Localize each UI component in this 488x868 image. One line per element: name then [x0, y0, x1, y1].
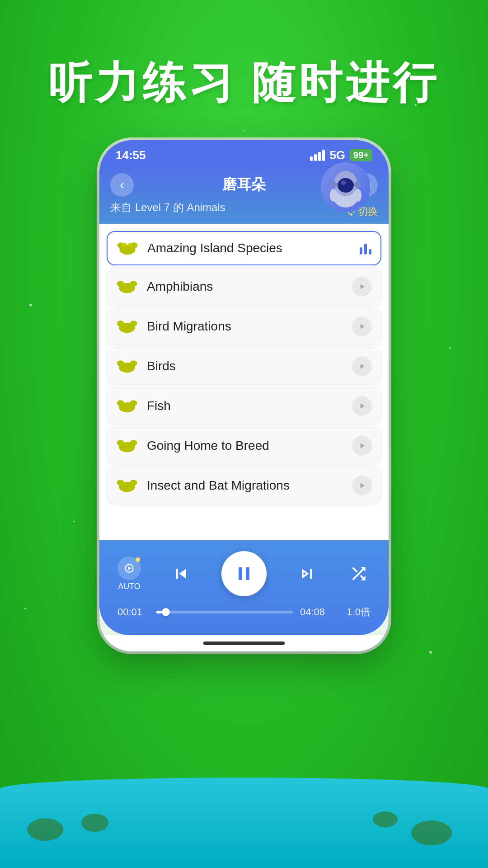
- hero-text: 听力练习 随时进行: [0, 54, 488, 113]
- play-pause-button[interactable]: [221, 551, 267, 596]
- signal-bar-1: [310, 156, 313, 161]
- phone-frame: 14:55 5G 99+ ‹ ♪ 磨耳朵: [99, 140, 389, 651]
- play-icon-7: [357, 481, 366, 490]
- auto-button[interactable]: AUTO: [117, 557, 141, 591]
- bar-1: [360, 247, 362, 255]
- track-item-insect-bat[interactable]: Insect and Bat Migrations: [107, 467, 381, 504]
- play-btn-3[interactable]: [352, 316, 372, 336]
- track-item-amphibians[interactable]: Amphibians: [107, 268, 381, 305]
- status-time: 14:55: [116, 148, 146, 162]
- play-btn-4[interactable]: [352, 356, 372, 376]
- shuffle-icon: [349, 564, 369, 584]
- water-bg: [0, 778, 488, 868]
- network-label: 5G: [329, 148, 345, 162]
- home-indicator: [99, 635, 389, 651]
- home-bar: [203, 642, 285, 645]
- bear-icon-1: [117, 240, 138, 256]
- track-name-6: Going Home to Breed: [147, 439, 343, 453]
- bear-icon-2: [116, 278, 138, 295]
- svg-point-2: [338, 178, 354, 193]
- svg-point-21: [119, 363, 135, 373]
- track-item-going-home[interactable]: Going Home to Breed: [107, 427, 381, 464]
- play-btn-6[interactable]: [352, 436, 372, 456]
- svg-point-11: [122, 243, 127, 246]
- bear-icon-4: [116, 358, 138, 374]
- lily-pad-2: [81, 814, 108, 832]
- play-icon-6: [357, 441, 366, 450]
- previous-button[interactable]: [168, 560, 195, 587]
- track-name-4: Birds: [147, 359, 343, 373]
- track-name-2: Amphibians: [147, 279, 343, 294]
- svg-point-24: [119, 402, 135, 412]
- current-time: 00:01: [117, 606, 149, 618]
- track-item-amazing-island-species[interactable]: Amazing Island Species: [107, 231, 381, 265]
- auto-svg-icon: [123, 562, 135, 574]
- svg-marker-32: [128, 566, 131, 570]
- track-item-birds[interactable]: Birds: [107, 348, 381, 385]
- progress-track[interactable]: [156, 611, 293, 613]
- bottom-scene: [0, 741, 488, 868]
- track-name-3: Bird Migrations: [147, 319, 343, 334]
- track-item-bird-migrations[interactable]: Bird Migrations: [107, 308, 381, 345]
- controls-row: AUTO: [117, 551, 371, 596]
- svg-point-7: [354, 189, 361, 202]
- bar-3: [369, 249, 371, 255]
- player-controls: AUTO: [99, 540, 389, 635]
- track-name-1: Amazing Island Species: [147, 241, 351, 255]
- svg-point-30: [119, 482, 135, 492]
- app-header: ‹ ♪ 磨耳朵 来自 Level 7 的 Animals 切换: [99, 167, 389, 224]
- track-item-fish[interactable]: Fish: [107, 387, 381, 425]
- astronaut-svg: [325, 165, 366, 210]
- play-icon-2: [357, 282, 366, 291]
- previous-icon: [171, 564, 191, 584]
- phone-mockup: 14:55 5G 99+ ‹ ♪ 磨耳朵: [99, 140, 389, 651]
- bear-icon-5: [116, 398, 138, 414]
- shuffle-button[interactable]: [347, 562, 371, 585]
- auto-label: AUTO: [118, 582, 141, 591]
- next-icon: [297, 564, 317, 584]
- app-title: 磨耳朵: [222, 175, 266, 195]
- battery-indicator: 99+: [350, 149, 372, 161]
- back-button[interactable]: ‹: [110, 173, 134, 197]
- svg-point-12: [128, 243, 133, 246]
- next-button[interactable]: [293, 560, 320, 587]
- svg-point-3: [341, 180, 346, 185]
- lily-pad-4: [373, 811, 398, 827]
- play-btn-7[interactable]: [352, 476, 372, 495]
- svg-point-10: [119, 245, 135, 255]
- bear-icon-3: [116, 318, 138, 335]
- astronaut-circle: [321, 162, 371, 212]
- bear-icon-7: [116, 477, 138, 494]
- track-list: Amazing Island Species Amphibians: [99, 224, 389, 540]
- play-btn-2[interactable]: [352, 277, 372, 297]
- signal-bar-2: [314, 154, 317, 161]
- progress-row: 00:01 04:08 1.0倍: [117, 605, 371, 619]
- active-bars: [360, 242, 371, 255]
- signal-bar-3: [318, 152, 321, 161]
- astronaut-decoration: [321, 162, 380, 221]
- progress-dot[interactable]: [162, 608, 170, 616]
- play-icon-5: [357, 401, 366, 410]
- speed-label[interactable]: 1.0倍: [339, 605, 371, 619]
- svg-point-4: [331, 181, 337, 188]
- lily-pad-3: [411, 821, 452, 845]
- auto-dot: [136, 557, 140, 562]
- progress-fill: [156, 611, 162, 613]
- play-icon-4: [357, 362, 366, 371]
- track-name-5: Fish: [147, 399, 343, 413]
- svg-point-5: [354, 181, 361, 188]
- svg-point-15: [119, 283, 135, 293]
- bar-2: [364, 244, 367, 255]
- pause-icon: [233, 563, 255, 585]
- total-time: 04:08: [300, 606, 332, 618]
- track-name-7: Insect and Bat Migrations: [147, 478, 343, 493]
- signal-bars: [310, 150, 325, 161]
- signal-bar-4: [322, 150, 325, 161]
- lily-pad-1: [27, 818, 63, 841]
- bear-icon-6: [116, 438, 138, 454]
- svg-point-18: [119, 323, 135, 333]
- status-right: 5G 99+: [310, 148, 372, 162]
- play-btn-5[interactable]: [352, 396, 372, 416]
- svg-point-27: [119, 442, 135, 452]
- auto-icon: [117, 557, 141, 580]
